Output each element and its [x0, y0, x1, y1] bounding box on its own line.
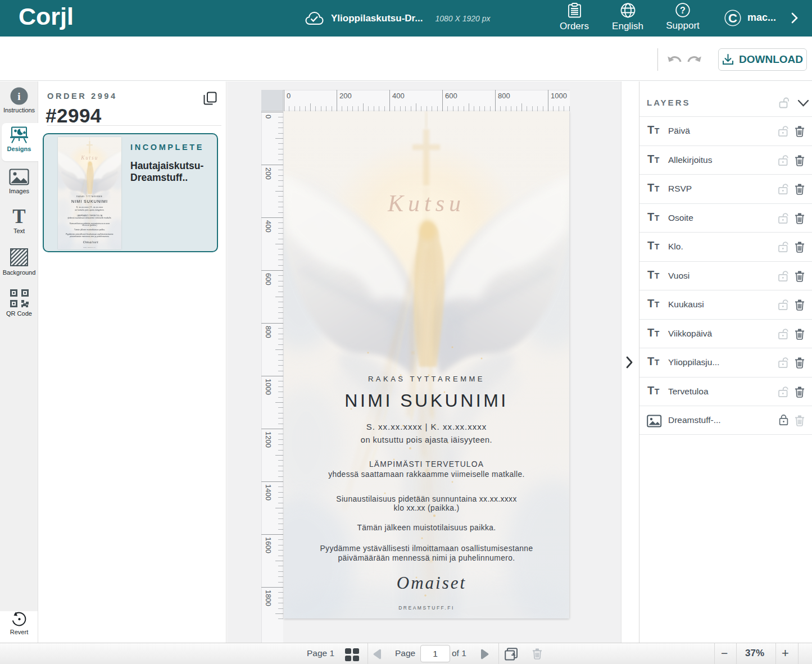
svg-text:i: i: [17, 90, 20, 102]
svg-text:?: ?: [680, 6, 686, 15]
svg-text:C: C: [728, 11, 737, 25]
